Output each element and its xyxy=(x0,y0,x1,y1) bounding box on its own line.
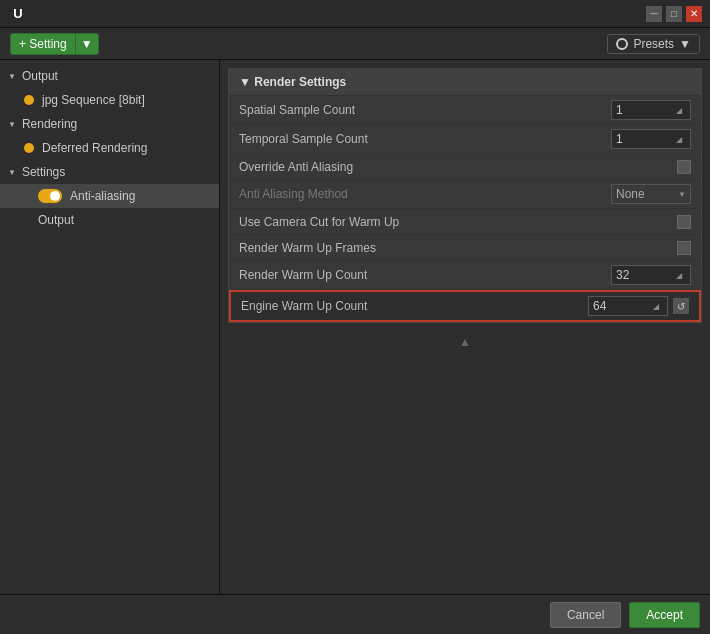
sidebar-group-output[interactable]: ▼ Output xyxy=(0,64,219,88)
sidebar-group-rendering[interactable]: ▼ Rendering xyxy=(0,112,219,136)
setting-dropdown-arrow[interactable]: ▼ xyxy=(75,34,98,54)
accept-button[interactable]: Accept xyxy=(629,602,700,628)
temporal-sample-count-value: 1 ◢ xyxy=(611,129,691,149)
sidebar-item-anti-aliasing-label: Anti-aliasing xyxy=(70,189,135,203)
engine-warm-up-count-text: 64 xyxy=(593,299,649,313)
setting-button-label: + Setting xyxy=(11,37,75,51)
content-area: ▼ Render Settings Spatial Sample Count 1… xyxy=(220,60,710,594)
anti-aliasing-method-dropdown-icon: ▼ xyxy=(678,190,686,199)
sidebar-item-deferred-rendering[interactable]: Deferred Rendering xyxy=(0,136,219,160)
presets-label: Presets xyxy=(633,37,674,51)
override-anti-aliasing-value xyxy=(677,160,691,174)
temporal-sample-count-label: Temporal Sample Count xyxy=(239,132,611,146)
anti-aliasing-toggle-icon[interactable] xyxy=(38,189,62,203)
render-warm-up-frames-checkbox[interactable] xyxy=(677,241,691,255)
sidebar-group-output-label: Output xyxy=(22,69,58,83)
render-warm-up-frames-row: Render Warm Up Frames xyxy=(229,235,701,261)
title-bar-left: U xyxy=(8,4,28,24)
scroll-up-icon[interactable]: ▲ xyxy=(459,335,471,349)
sidebar-item-jpg-sequence[interactable]: jpg Sequence [8bit] xyxy=(0,88,219,112)
bottom-bar: Cancel Accept xyxy=(0,594,710,634)
sidebar-item-anti-aliasing[interactable]: Anti-aliasing xyxy=(0,184,219,208)
render-settings-panel: ▼ Render Settings Spatial Sample Count 1… xyxy=(228,68,702,323)
render-warm-up-frames-value xyxy=(677,241,691,255)
engine-warm-up-count-reset-button[interactable]: ↺ xyxy=(673,298,689,314)
anti-aliasing-method-value: None ▼ xyxy=(611,184,691,204)
render-settings-header: ▼ Render Settings xyxy=(229,69,701,96)
temporal-sample-count-input[interactable]: 1 ◢ xyxy=(611,129,691,149)
engine-warm-up-count-input[interactable]: 64 ◢ xyxy=(588,296,668,316)
jpg-sequence-dot-icon xyxy=(24,95,34,105)
render-warm-up-count-arrow[interactable]: ◢ xyxy=(672,266,686,284)
settings-collapse-icon: ▼ xyxy=(8,168,16,177)
render-warm-up-count-value: 32 ◢ xyxy=(611,265,691,285)
sidebar-item-output[interactable]: Output xyxy=(0,208,219,232)
sidebar-item-output-label: Output xyxy=(38,213,74,227)
presets-arrow-icon: ▼ xyxy=(679,37,691,51)
spatial-sample-count-row: Spatial Sample Count 1 ◢ xyxy=(229,96,701,125)
render-warm-up-count-text: 32 xyxy=(616,268,672,282)
title-bar-controls: ─ □ ✕ xyxy=(646,6,702,22)
engine-warm-up-count-arrow[interactable]: ◢ xyxy=(649,297,663,315)
spatial-sample-count-text: 1 xyxy=(616,103,672,117)
title-bar: U ─ □ ✕ xyxy=(0,0,710,28)
ue-logo: U xyxy=(8,4,28,24)
render-settings-title: ▼ Render Settings xyxy=(239,75,346,89)
render-warm-up-frames-label: Render Warm Up Frames xyxy=(239,241,677,255)
override-anti-aliasing-row: Override Anti Aliasing xyxy=(229,154,701,180)
anti-aliasing-method-label: Anti Aliasing Method xyxy=(239,187,611,201)
toolbar: + Setting ▼ Presets ▼ xyxy=(0,28,710,60)
sidebar-group-settings[interactable]: ▼ Settings xyxy=(0,160,219,184)
anti-aliasing-method-dropdown[interactable]: None ▼ xyxy=(611,184,691,204)
maximize-button[interactable]: □ xyxy=(666,6,682,22)
scroll-indicator: ▲ xyxy=(220,331,710,353)
spatial-sample-count-label: Spatial Sample Count xyxy=(239,103,611,117)
engine-warm-up-count-value: 64 ◢ ↺ xyxy=(588,296,689,316)
anti-aliasing-method-text: None xyxy=(616,187,645,201)
spatial-sample-count-arrow[interactable]: ◢ xyxy=(672,101,686,119)
sidebar-item-deferred-rendering-label: Deferred Rendering xyxy=(42,141,147,155)
anti-aliasing-method-row: Anti Aliasing Method None ▼ xyxy=(229,180,701,209)
override-anti-aliasing-label: Override Anti Aliasing xyxy=(239,160,677,174)
sidebar-group-rendering-label: Rendering xyxy=(22,117,77,131)
sidebar-section-output: ▼ Output jpg Sequence [8bit] xyxy=(0,64,219,112)
cancel-button[interactable]: Cancel xyxy=(550,602,621,628)
sidebar: ▼ Output jpg Sequence [8bit] ▼ Rendering… xyxy=(0,60,220,594)
override-anti-aliasing-checkbox[interactable] xyxy=(677,160,691,174)
rendering-collapse-icon: ▼ xyxy=(8,120,16,129)
minimize-button[interactable]: ─ xyxy=(646,6,662,22)
presets-button[interactable]: Presets ▼ xyxy=(607,34,700,54)
render-warm-up-count-row: Render Warm Up Count 32 ◢ xyxy=(229,261,701,290)
use-camera-cut-row: Use Camera Cut for Warm Up xyxy=(229,209,701,235)
sidebar-section-settings: ▼ Settings Anti-aliasing Output xyxy=(0,160,219,232)
spatial-sample-count-value: 1 ◢ xyxy=(611,100,691,120)
main-layout: ▼ Output jpg Sequence [8bit] ▼ Rendering… xyxy=(0,60,710,594)
temporal-sample-count-row: Temporal Sample Count 1 ◢ xyxy=(229,125,701,154)
deferred-rendering-dot-icon xyxy=(24,143,34,153)
use-camera-cut-checkbox[interactable] xyxy=(677,215,691,229)
temporal-sample-count-text: 1 xyxy=(616,132,672,146)
output-collapse-icon: ▼ xyxy=(8,72,16,81)
sidebar-section-rendering: ▼ Rendering Deferred Rendering xyxy=(0,112,219,160)
temporal-sample-count-arrow[interactable]: ◢ xyxy=(672,130,686,148)
engine-warm-up-count-label: Engine Warm Up Count xyxy=(241,299,588,313)
render-warm-up-count-label: Render Warm Up Count xyxy=(239,268,611,282)
close-button[interactable]: ✕ xyxy=(686,6,702,22)
use-camera-cut-value xyxy=(677,215,691,229)
sidebar-group-settings-label: Settings xyxy=(22,165,65,179)
setting-button[interactable]: + Setting ▼ xyxy=(10,33,99,55)
engine-warm-up-count-row: Engine Warm Up Count 64 ◢ ↺ xyxy=(229,290,701,322)
presets-circle-icon xyxy=(616,38,628,50)
render-warm-up-count-input[interactable]: 32 ◢ xyxy=(611,265,691,285)
sidebar-item-jpg-sequence-label: jpg Sequence [8bit] xyxy=(42,93,145,107)
use-camera-cut-label: Use Camera Cut for Warm Up xyxy=(239,215,677,229)
spatial-sample-count-input[interactable]: 1 ◢ xyxy=(611,100,691,120)
